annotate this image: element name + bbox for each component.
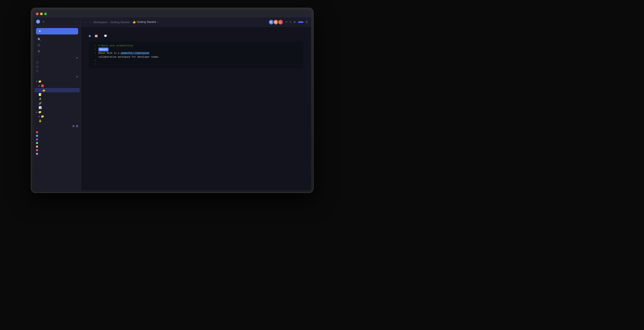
folder-icon: ☐ <box>36 61 38 64</box>
edit-icon[interactable]: ✏ <box>285 20 288 24</box>
smart-folders-section: + <box>33 54 81 60</box>
laptop-screen: ⬡ ▾ ··· ✦ 🔍 <box>33 10 311 190</box>
sidebar-item-embed[interactable]: 🔗 <box>33 101 81 105</box>
forward-button[interactable]: → <box>89 20 92 24</box>
comment-icon: 💬 <box>104 34 107 37</box>
title-bar <box>33 10 311 17</box>
status-dot <box>89 35 91 37</box>
sidebar-item-inbox[interactable]: ☐ <box>35 43 79 48</box>
workspace-folder-icon: 📁 <box>38 80 41 83</box>
dropdown-icon: ▾ <box>43 20 44 23</box>
minimize-button[interactable] <box>40 13 43 15</box>
code-line-3: 3 Boost Note is a powerful, lightspeed <box>91 51 301 55</box>
breadcrumb-getting-started[interactable]: Getting Started <box>111 21 130 24</box>
sidebar: ⬡ ▾ ··· ✦ 🔍 <box>33 17 81 190</box>
link-icon: 🔗 <box>39 102 42 105</box>
database-dot <box>36 138 38 140</box>
doc-meta: 📅 💬 <box>89 34 303 37</box>
maximize-button[interactable] <box>44 13 47 15</box>
sidebar-label-specification[interactable] <box>33 148 81 152</box>
thumbs-up-icon: 👍 <box>42 89 45 92</box>
menu-icon[interactable]: ☰ <box>305 20 308 24</box>
add-smart-folder-button[interactable]: + <box>76 56 78 60</box>
chevron-right-icon: ▸ <box>39 84 40 87</box>
code-editor[interactable]: 1 # Boost your productivity 2 Daniel <box>89 41 303 69</box>
sidebar-item-search[interactable]: 🔍 <box>35 37 79 42</box>
avatar-group: D M L <box>269 19 283 25</box>
chevron-right-icon3: ▸ <box>39 115 40 118</box>
list-icon[interactable]: ≡ <box>290 21 291 24</box>
breadcrumb-sep1: › <box>108 21 110 24</box>
api-dot <box>36 131 38 133</box>
code-comment: # Boost your productivity <box>98 44 301 48</box>
create-new-doc-button[interactable]: ✦ <box>36 28 78 34</box>
settings-icon: ⚙ <box>38 50 40 53</box>
back-button[interactable]: ← <box>84 20 87 24</box>
editor-actions: D M L ✏ ≡ 👁 <box>269 19 308 25</box>
doc-view[interactable]: 📅 💬 1 # Boost <box>81 27 311 190</box>
development-dot <box>36 142 38 144</box>
sidebar-item-meeting-notes[interactable]: ▸ 📁 <box>33 114 81 119</box>
code-line-3b: collaborative workspace for developer te… <box>91 55 301 59</box>
dev-folder-icon: 📁 <box>38 111 41 113</box>
line-num: 1 <box>91 44 96 48</box>
sidebar-label-boost[interactable] <box>33 134 81 138</box>
spec-dot <box>36 149 38 151</box>
sidebar-label-api[interactable] <box>33 130 81 134</box>
folder-red-icon: 🔴 <box>41 84 44 87</box>
more-icon[interactable]: ··· <box>75 20 78 24</box>
view-icon[interactable]: 👁 <box>293 21 296 24</box>
boost-dot <box>36 135 38 137</box>
avatar-liam: L <box>278 19 283 25</box>
editor-toolbar: ← → Workspace › Getting Started › 👍 Gett… <box>81 17 311 27</box>
migration-dot <box>36 146 38 148</box>
calendar-icon: 📅 <box>95 34 98 37</box>
long-dot <box>36 153 38 155</box>
code-line-1: 1 # Boost your productivity <box>91 44 301 48</box>
code-line-4: 4 <box>91 59 301 63</box>
search-icon: 🔍 <box>38 38 41 41</box>
zap-icon: ⚡ <box>39 97 42 100</box>
sidebar-label-long[interactable] <box>33 152 81 156</box>
sidebar-item-in-progress[interactable]: ☐ <box>33 60 81 65</box>
sidebar-item-db-schema[interactable]: 🔒 <box>33 119 81 123</box>
star-icon[interactable]: ☆ <box>157 21 159 23</box>
sidebar-item-customize[interactable]: ⚡ <box>33 97 81 101</box>
sidebar-label-development[interactable] <box>33 141 81 145</box>
sidebar-item-getting-started-doc[interactable]: 👍 <box>34 88 80 92</box>
sidebar-label-migration[interactable] <box>33 145 81 148</box>
sidebar-header: ⬡ ▾ ··· <box>33 17 81 26</box>
folders-section: + <box>33 73 81 79</box>
sidebar-item-pro-plan[interactable]: 📊 <box>33 105 81 110</box>
sidebar-item-make-own[interactable]: 📝 <box>33 92 81 97</box>
add-folder-button[interactable]: + <box>76 75 78 79</box>
code-line-2: 2 Daniel <box>91 48 301 51</box>
sidebar-item-dev-teams[interactable]: ☐ <box>33 65 81 69</box>
pro-icon: 📊 <box>39 106 42 109</box>
sidebar-item-getting-started-folder[interactable]: ▸ 🔴 <box>33 84 81 88</box>
meeting-icon: 📁 <box>41 115 44 118</box>
sidebar-item-last30[interactable]: ☐ <box>33 69 81 73</box>
logo-icon: ⬡ <box>36 20 40 24</box>
last30-icon: ☐ <box>36 70 38 73</box>
close-button[interactable] <box>36 13 39 15</box>
sidebar-label-database[interactable] <box>33 138 81 141</box>
sidebar-item-development[interactable]: ▸ 📁 <box>33 110 81 114</box>
breadcrumb-sep2: › <box>131 21 132 24</box>
laptop: ⬡ ▾ ··· ✦ 🔍 <box>31 8 314 208</box>
editor-content: 📅 💬 1 # Boost <box>81 27 311 190</box>
code-line-5: 5 <box>91 63 301 66</box>
app-container: ⬡ ▾ ··· ✦ 🔍 <box>33 10 311 190</box>
share-button[interactable] <box>298 21 303 23</box>
sidebar-item-workspace[interactable]: ▾ 📁 <box>33 79 81 84</box>
scene: ⬡ ▾ ··· ✦ 🔍 <box>0 0 644 330</box>
add-private-button[interactable]: ⊕ <box>72 124 75 128</box>
status-badge <box>89 35 92 37</box>
import-button[interactable]: ⊞ <box>76 124 78 128</box>
dev-teams-icon: ☐ <box>36 65 38 68</box>
sidebar-item-settings[interactable]: ⚙ <box>35 49 79 54</box>
cursor-daniel: Daniel <box>98 48 108 51</box>
breadcrumb-workspace[interactable]: Workspace <box>93 21 107 24</box>
editor-area: ← → Workspace › Getting Started › 👍 Gett… <box>81 17 311 190</box>
sidebar-logo: ⬡ ▾ <box>36 20 44 24</box>
